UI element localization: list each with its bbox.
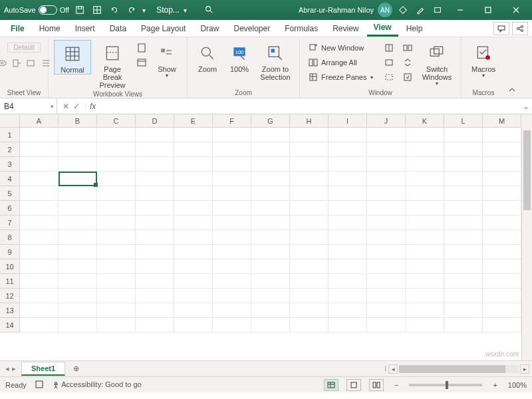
col-header[interactable]: I: [329, 114, 367, 128]
cell[interactable]: [136, 215, 174, 230]
row-header[interactable]: 3: [0, 157, 20, 172]
scrollbar-track[interactable]: [399, 365, 519, 373]
cell[interactable]: [329, 289, 367, 303]
cell[interactable]: [97, 142, 136, 157]
cell[interactable]: [406, 230, 444, 245]
col-header[interactable]: K: [406, 114, 444, 128]
redo-icon[interactable]: [125, 3, 138, 17]
cell[interactable]: [20, 259, 59, 274]
ribbon-display-icon[interactable]: [431, 3, 444, 17]
cell[interactable]: [59, 128, 97, 142]
cell[interactable]: [290, 215, 329, 230]
cell[interactable]: [20, 230, 59, 245]
cell[interactable]: [290, 172, 329, 186]
tab-home[interactable]: Home: [33, 21, 67, 36]
cell[interactable]: [213, 274, 251, 289]
cell[interactable]: [483, 186, 521, 201]
cell[interactable]: [329, 259, 367, 274]
cell[interactable]: [329, 172, 367, 186]
scrollbar-thumb[interactable]: [399, 365, 505, 373]
save-icon[interactable]: [73, 3, 86, 17]
cell[interactable]: [136, 274, 174, 289]
cell[interactable]: [367, 303, 406, 318]
collapse-ribbon-button[interactable]: [505, 37, 519, 98]
cell[interactable]: [406, 157, 444, 172]
cell[interactable]: [251, 245, 290, 259]
cell[interactable]: [174, 128, 213, 142]
new-window-button[interactable]: New Window: [305, 41, 378, 55]
cell[interactable]: [59, 157, 97, 172]
cell[interactable]: [290, 289, 329, 303]
page-layout-view-button[interactable]: [346, 379, 361, 391]
cell[interactable]: [406, 128, 444, 142]
row-header[interactable]: 12: [0, 289, 20, 303]
cell[interactable]: [329, 142, 367, 157]
cell[interactable]: [20, 201, 59, 215]
cell[interactable]: [174, 230, 213, 245]
zoom-level[interactable]: 100%: [508, 381, 527, 389]
document-name[interactable]: Stop...: [156, 5, 180, 15]
cell[interactable]: [213, 289, 251, 303]
cell[interactable]: [136, 303, 174, 318]
cell[interactable]: [20, 303, 59, 318]
cell[interactable]: [174, 245, 213, 259]
cell[interactable]: [483, 128, 521, 142]
cell[interactable]: [213, 259, 251, 274]
cell[interactable]: [213, 128, 251, 142]
col-header[interactable]: A: [20, 114, 59, 128]
cell[interactable]: [251, 303, 290, 318]
cell[interactable]: [406, 245, 444, 259]
tab-draw[interactable]: Draw: [194, 21, 225, 36]
cell[interactable]: [59, 215, 97, 230]
col-header[interactable]: D: [136, 114, 174, 128]
cell[interactable]: [97, 157, 136, 172]
grid-icon[interactable]: [90, 3, 104, 17]
cell[interactable]: [329, 128, 367, 142]
cell[interactable]: [483, 245, 521, 259]
cell[interactable]: [483, 157, 521, 172]
cell[interactable]: [251, 274, 290, 289]
check-icon[interactable]: ✓: [73, 102, 80, 111]
page-break-button[interactable]: Page Break Preview: [94, 40, 131, 89]
cell[interactable]: [406, 289, 444, 303]
search-icon[interactable]: [204, 5, 213, 16]
cell[interactable]: [290, 230, 329, 245]
zoom-button[interactable]: Zoom: [193, 40, 222, 73]
cell[interactable]: [251, 172, 290, 186]
cell[interactable]: [251, 215, 290, 230]
cell[interactable]: [136, 186, 174, 201]
cell[interactable]: [213, 215, 251, 230]
cell[interactable]: [20, 274, 59, 289]
cell[interactable]: [444, 318, 483, 332]
cell[interactable]: [290, 142, 329, 157]
scroll-left-icon[interactable]: ◂: [388, 364, 398, 374]
cell[interactable]: [174, 201, 213, 215]
cell[interactable]: [136, 157, 174, 172]
zoom-out-button[interactable]: −: [392, 381, 401, 389]
autosave-toggle[interactable]: AutoSave Off: [4, 5, 69, 15]
cell[interactable]: [483, 230, 521, 245]
cell[interactable]: [251, 157, 290, 172]
cell[interactable]: [329, 230, 367, 245]
unhide-button[interactable]: [381, 70, 397, 84]
cell[interactable]: [59, 186, 97, 201]
cell[interactable]: [367, 186, 406, 201]
cell[interactable]: [174, 215, 213, 230]
cell[interactable]: [251, 318, 290, 332]
col-header[interactable]: B: [59, 114, 97, 128]
cell[interactable]: [174, 303, 213, 318]
cell[interactable]: [213, 230, 251, 245]
cell[interactable]: [136, 142, 174, 157]
cell[interactable]: [290, 318, 329, 332]
cell[interactable]: [20, 186, 59, 201]
cell[interactable]: [20, 215, 59, 230]
custom-views-button[interactable]: [134, 56, 150, 69]
tab-view[interactable]: View: [367, 20, 398, 37]
cell[interactable]: [329, 274, 367, 289]
cell[interactable]: [20, 142, 59, 157]
fx-icon[interactable]: fx: [86, 102, 100, 111]
cell[interactable]: [174, 318, 213, 332]
formula-input[interactable]: [100, 98, 520, 114]
cell[interactable]: [406, 215, 444, 230]
cell[interactable]: [367, 201, 406, 215]
